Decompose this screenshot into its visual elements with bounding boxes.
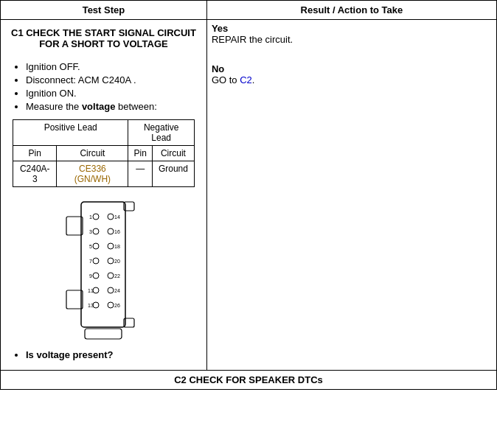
svg-text:5: 5 [89,244,92,249]
step-c1-title: C1 CHECK THE START SIGNAL CIRCUIT FOR A … [5,23,202,54]
svg-point-9 [93,273,99,279]
no-label: No [212,63,492,74]
header-result: Result / Action to Take [206,1,496,20]
connector-diagram: 1 3 5 7 9 11 13 14 16 18 20 22 24 [59,195,147,342]
svg-point-8 [93,258,99,264]
svg-text:20: 20 [115,259,121,264]
svg-point-18 [108,302,114,308]
svg-text:7: 7 [89,259,92,264]
no-text: GO to [212,74,237,85]
instruction-3: Ignition ON. [26,88,77,99]
list-item: Disconnect: ACM C240A . [26,74,195,85]
svg-point-16 [108,273,114,279]
voltage-word: voltage [36,349,70,360]
col-circuit2-header: Circuit [152,146,194,161]
instruction-2: Disconnect: ACM C240A . [26,74,136,85]
no-text-container: GO to C2. [212,74,492,85]
pin1-value: C240A-3 [13,161,57,187]
list-item: Ignition ON. [26,88,195,99]
svg-text:16: 16 [115,229,121,234]
svg-point-15 [108,258,114,264]
table-row-c2: C2 CHECK FOR SPEAKER DTCs [1,371,497,390]
c2-link[interactable]: C2 [240,74,252,85]
main-table: Test Step Result / Action to Take C1 CHE… [0,0,497,390]
yes-label: Yes [212,23,492,34]
svg-text:1: 1 [89,214,92,220]
svg-point-6 [93,228,99,234]
circuit2-value: Ground [152,161,194,187]
svg-point-13 [108,228,114,234]
voltage-bold: voltage [82,101,116,112]
svg-rect-1 [66,217,83,235]
result-column: Yes REPAIR the circuit. No GO to C2. [206,20,496,371]
question-list: Is voltage present? [26,349,195,360]
svg-rect-0 [81,202,125,327]
step-column: C1 CHECK THE START SIGNAL CIRCUIT FOR A … [1,20,207,371]
measurement-table: Positive Lead Negative Lead Pin Circuit … [13,119,195,187]
svg-text:9: 9 [89,273,92,279]
svg-point-12 [108,214,114,220]
question-text: Is voltage present? [26,349,114,360]
inner-header-row2: Pin Circuit Pin Circuit [13,146,195,161]
list-item: Ignition OFF. [26,61,195,72]
question-item: Is voltage present? [26,349,195,360]
col-pin-header: Pin [13,146,57,161]
circuit1-value: CE336 (GN/WH) [57,161,128,187]
col-pin2-header: Pin [128,146,153,161]
step-c2-title: C2 CHECK FOR SPEAKER DTCs [1,371,497,390]
svg-rect-2 [66,290,83,309]
step-c1-content: Ignition OFF. Disconnect: ACM C240A . Ig… [5,54,202,367]
inner-data-row: C240A-3 CE336 (GN/WH) — Ground [13,161,195,187]
yes-text: REPAIR the circuit. [212,34,492,45]
instruction-1: Ignition OFF. [26,61,80,72]
svg-text:14: 14 [115,214,121,220]
svg-text:18: 18 [115,244,121,249]
pin2-value: — [128,161,153,187]
table-header-row: Test Step Result / Action to Take [1,1,497,20]
svg-text:11: 11 [88,288,94,293]
svg-point-5 [93,214,99,220]
instruction-list: Ignition OFF. Disconnect: ACM C240A . Ig… [26,61,195,112]
negative-lead-header: Negative Lead [128,120,194,146]
svg-point-10 [93,287,99,293]
no-link-suffix: . [252,74,255,85]
table-row-c1: C1 CHECK THE START SIGNAL CIRCUIT FOR A … [1,20,497,371]
inner-header-row1: Positive Lead Negative Lead [13,120,195,146]
svg-point-7 [93,243,99,249]
svg-text:13: 13 [88,303,94,308]
svg-text:24: 24 [115,288,121,293]
svg-point-11 [93,302,99,308]
header-test-step: Test Step [1,1,207,20]
svg-rect-33 [85,329,122,339]
svg-point-14 [108,243,114,249]
positive-lead-header: Positive Lead [13,120,128,146]
svg-point-17 [108,287,114,293]
svg-text:22: 22 [115,273,121,279]
list-item: Measure the voltage between: [26,101,195,112]
question-container: Is voltage present? [13,349,195,360]
svg-text:26: 26 [115,303,121,308]
col-circuit-header: Circuit [57,146,128,161]
svg-text:3: 3 [89,229,92,234]
